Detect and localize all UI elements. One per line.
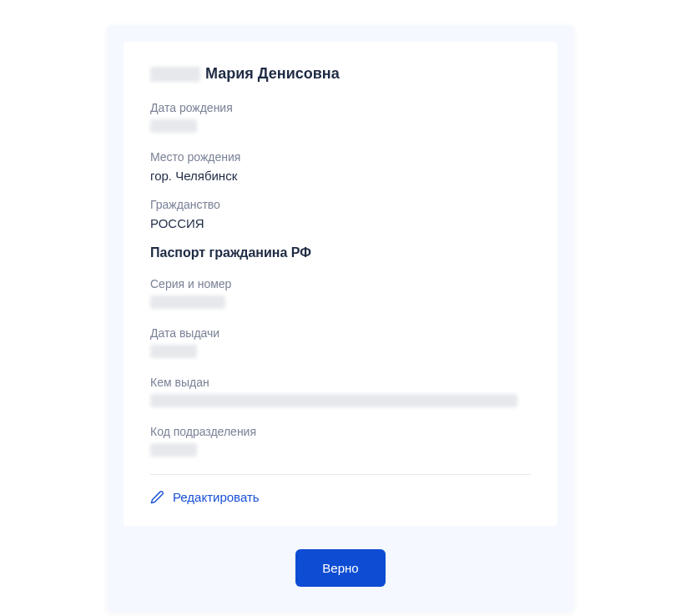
edit-label: Редактировать [173,490,260,504]
birth-date-redacted [150,119,197,133]
field-issued-by: Кем выдан [150,376,531,410]
pencil-icon [150,490,164,504]
confirm-button[interactable]: Верно [295,549,385,587]
field-birth-date: Дата рождения [150,101,531,135]
info-card: Мария Денисовна Дата рождения Место рожд… [124,42,557,526]
field-dept-code: Код подразделения [150,425,531,459]
label-series-number: Серия и номер [150,277,531,290]
issue-date-redacted [150,345,197,358]
name-patronymic: Мария Денисовна [205,65,340,83]
label-birth-place: Место рождения [150,150,531,164]
value-issue-date [150,345,531,361]
series-number-redacted [150,295,225,309]
value-issued-by [150,394,531,410]
field-birth-place: Место рождения гор. Челябинск [150,150,531,183]
person-full-name: Мария Денисовна [150,65,531,83]
field-citizenship: Гражданство РОССИЯ [150,198,531,230]
value-birth-place: гор. Челябинск [150,169,531,183]
label-issue-date: Дата выдачи [150,326,531,340]
passport-section-title: Паспорт гражданина РФ [150,245,531,260]
edit-button[interactable]: Редактировать [150,490,260,504]
confirm-row: Верно [124,549,557,587]
label-issued-by: Кем выдан [150,376,531,389]
field-series-number: Серия и номер [150,277,531,311]
divider [150,474,531,475]
value-birth-date [150,119,531,135]
label-dept-code: Код подразделения [150,425,531,438]
form-panel: Мария Денисовна Дата рождения Место рожд… [107,25,574,612]
value-dept-code [150,443,531,459]
surname-redacted [150,67,200,82]
value-series-number [150,295,531,311]
dept-code-redacted [150,443,197,457]
label-birth-date: Дата рождения [150,101,531,114]
field-issue-date: Дата выдачи [150,326,531,361]
label-citizenship: Гражданство [150,198,531,211]
value-citizenship: РОССИЯ [150,216,531,230]
issued-by-redacted [150,394,517,407]
